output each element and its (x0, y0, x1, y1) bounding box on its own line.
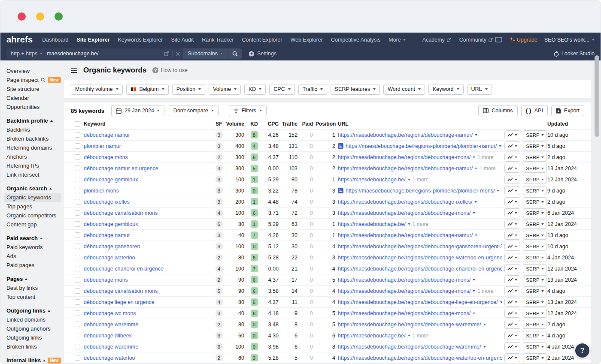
sidebar-item-outgoing-anchors[interactable]: Outgoing anchors (6, 324, 64, 333)
sidebar-item-paid-keywords[interactable]: Paid keywords (6, 243, 64, 252)
row-checkbox[interactable] (75, 188, 80, 193)
serp-button[interactable]: SERP (523, 309, 546, 318)
row-checkbox[interactable] (75, 288, 80, 294)
nav-item-dashboard[interactable]: Dashboard (42, 37, 68, 43)
target-url-input[interactable]: maesdebouchage.be/ (47, 51, 161, 57)
filter-chip-cpc[interactable]: CPC (269, 84, 294, 95)
nav-item-competitive-analysis[interactable]: Competitive Analysis (331, 37, 380, 43)
serp-button[interactable]: SERP (523, 231, 546, 240)
keyword-link[interactable]: débouchage gembloux (84, 177, 138, 183)
row-checkbox[interactable] (75, 322, 80, 327)
chart-button[interactable] (504, 153, 520, 162)
chart-button[interactable] (504, 298, 520, 307)
sidebar-item-paid-pages[interactable]: Paid pages (6, 261, 64, 270)
row-checkbox[interactable] (75, 333, 80, 338)
filter-chip-monthly-volume[interactable]: Monthly volume (71, 84, 123, 95)
column-header-volume[interactable]: Volume (225, 121, 247, 127)
serp-button[interactable]: SERP (523, 130, 546, 139)
sidebar-item-outgoing-links[interactable]: Outgoing links (6, 333, 64, 342)
more-urls-link[interactable]: 1 more (480, 165, 495, 171)
sidebar-item-page-inspect[interactable]: Page inspectNew (6, 75, 64, 84)
serp-button[interactable]: SERP (523, 220, 546, 229)
serp-button[interactable]: SERP (523, 208, 546, 217)
sidebar-item-broken-backlinks[interactable]: Broken backlinks (6, 134, 64, 143)
chart-button[interactable] (504, 342, 520, 351)
ahrefs-logo[interactable]: ahrefs (6, 35, 33, 45)
keyword-link[interactable]: débouchage mons (84, 154, 128, 160)
column-header-kd[interactable]: KD (247, 121, 261, 127)
url-link[interactable]: https://maesdebouchage.be/regions/debouc… (338, 255, 502, 261)
row-checkbox[interactable] (75, 277, 80, 283)
url-link[interactable]: https://maesdebouchage.be/regions/debouc… (338, 310, 470, 316)
serp-button[interactable]: SERP (523, 286, 546, 295)
serp-button[interactable]: SERP (523, 141, 546, 150)
keyword-link[interactable]: débouchage liege en urgence (84, 299, 155, 305)
chart-button[interactable] (504, 242, 520, 251)
sidebar-item-top-pages[interactable]: Top pages (6, 202, 64, 211)
keyword-link[interactable]: débouchage dilbeek (84, 333, 132, 339)
keyword-link[interactable]: débouchage charleroi en urgence (84, 266, 164, 272)
row-checkbox[interactable] (75, 165, 80, 171)
serp-button[interactable]: SERP (523, 186, 546, 195)
sidebar-item-linked-domains[interactable]: Linked domains (6, 315, 64, 324)
keyword-link[interactable]: débouchage ixelles (84, 199, 130, 205)
sidebar-item-top-content[interactable]: Top content (6, 292, 64, 301)
open-target-icon[interactable] (161, 48, 172, 59)
url-link[interactable]: https://maesdebouchage.be/regions/debouc… (338, 232, 473, 238)
filter-chip-keyword[interactable]: Keyword (428, 84, 464, 95)
serp-button[interactable]: SERP (523, 320, 546, 329)
vertical-scrollbar[interactable] (595, 55, 599, 137)
more-urls-link[interactable]: 1 more (477, 288, 493, 294)
url-link[interactable]: https://maesdebouchage.be/regions-plombe… (346, 143, 497, 149)
row-checkbox[interactable] (75, 355, 80, 361)
sidebar-item-anchors[interactable]: Anchors (6, 152, 64, 161)
export-button[interactable]: Export (551, 105, 584, 116)
sidebar-item-backlinks[interactable]: Backlinks (6, 125, 64, 134)
row-checkbox[interactable] (75, 154, 80, 160)
keyword-link[interactable]: débouchage canalisation mons (84, 210, 158, 216)
sidebar-item-referring-ips[interactable]: Referring IPs (6, 161, 64, 170)
protocol-dropdown[interactable]: http + https (6, 48, 47, 59)
sidebar-section-outgoing-links[interactable]: Outgoing links (6, 306, 64, 315)
column-header-position[interactable]: Position (316, 121, 338, 127)
settings-button[interactable]: Settings (249, 51, 276, 57)
api-button[interactable]: { } API (521, 105, 548, 116)
column-header-traffic[interactable]: Traffic (281, 121, 300, 127)
nav-item-community[interactable]: Community (459, 37, 493, 43)
url-link[interactable]: https://maesdebouchage.be/regions/debouc… (338, 277, 470, 283)
keyword-link[interactable]: debouchage waremme (84, 322, 138, 328)
row-checkbox[interactable] (75, 177, 80, 182)
sidebar-section-pages[interactable]: Pages (6, 274, 64, 283)
url-link[interactable]: https://maesdebouchage.be/regions/debouc… (338, 199, 472, 205)
sidebar-item-organic-keywords[interactable]: Organic keywords (4, 193, 61, 202)
url-link[interactable]: https://maesdebouchage.be/regions/debouc… (338, 322, 481, 328)
column-header-keyword[interactable]: Keyword (84, 121, 212, 127)
chart-button[interactable] (504, 130, 520, 139)
filter-chip-url[interactable]: URL (467, 84, 492, 95)
sidebar-section-paid-search[interactable]: Paid search (6, 234, 64, 243)
minimize-window-button[interactable] (36, 12, 44, 21)
more-urls-link[interactable]: 1 more (413, 177, 428, 183)
more-urls-link[interactable]: 1 more (413, 333, 428, 339)
filters-button[interactable]: Filters (229, 105, 267, 116)
chart-button[interactable] (504, 320, 520, 329)
zoom-window-button[interactable] (55, 12, 63, 21)
chart-button[interactable] (504, 197, 520, 206)
row-checkbox[interactable] (75, 210, 80, 216)
sidebar-item-referring-domains[interactable]: Referring domains (6, 143, 64, 152)
keyword-link[interactable]: debouchage wc mons (84, 310, 136, 316)
chart-button[interactable] (504, 175, 520, 184)
keyword-link[interactable]: débouchage waremme (84, 344, 138, 350)
column-header-sf[interactable]: SF (212, 121, 225, 127)
filter-chip-belgium[interactable]: Belgium (126, 84, 169, 95)
nav-item-web-explorer[interactable]: Web Explorer (290, 37, 323, 43)
filter-chip-volume[interactable]: Volume (209, 84, 241, 95)
filter-chip-position[interactable]: Position (172, 84, 205, 95)
help-fab-button[interactable]: ? (574, 343, 590, 358)
row-checkbox[interactable] (75, 266, 80, 271)
sidebar-item-ads[interactable]: Ads (6, 252, 64, 261)
serp-button[interactable]: SERP (523, 175, 546, 184)
row-checkbox[interactable] (75, 255, 80, 260)
keyword-link[interactable]: débouchage waterloo (84, 255, 135, 261)
serp-button[interactable]: SERP (523, 153, 546, 162)
